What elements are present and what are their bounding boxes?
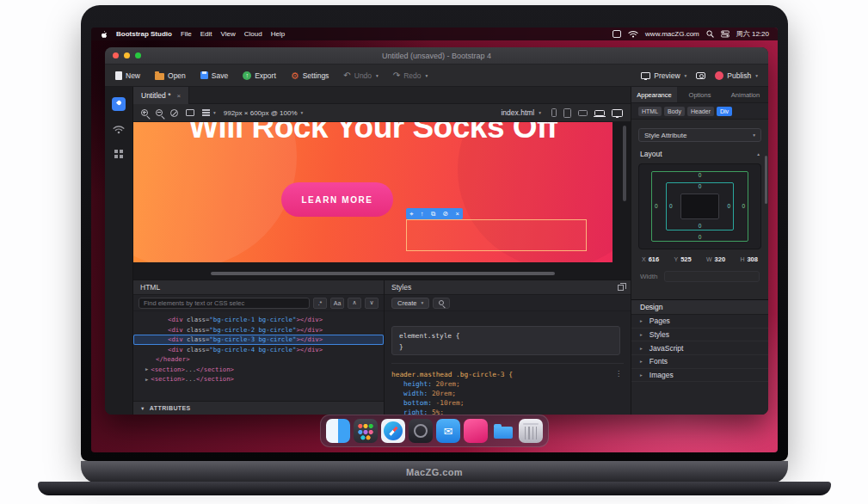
css-property[interactable]: bottom: -10rem; <box>391 398 624 408</box>
regex-toggle-button[interactable]: .* <box>313 298 327 309</box>
menubar-app-name[interactable]: Bootstrap Studio <box>116 30 172 38</box>
search-styles-button[interactable] <box>433 298 450 309</box>
margin-top-value[interactable]: 0 <box>699 173 702 179</box>
device-desktop-icon[interactable] <box>612 109 623 117</box>
image-overlay-icon[interactable] <box>186 109 194 116</box>
outline-toggle-icon[interactable] <box>170 109 178 117</box>
publish-button[interactable]: Publish▾ <box>715 71 758 80</box>
hide-icon[interactable]: ⊘ <box>443 208 448 219</box>
css-rule-block[interactable]: header.masthead .bg-circle-3 { height: 2… <box>391 363 624 415</box>
tree-node-bg-circle-2[interactable]: <div class="bg-circle-2 bg-circle"></div… <box>133 325 384 335</box>
open-button[interactable]: Open <box>155 71 186 80</box>
canvas-vertical-scrollbar[interactable] <box>623 126 626 201</box>
inspector-scrollbar[interactable] <box>765 156 767 204</box>
create-style-button[interactable]: Create▾ <box>391 298 429 309</box>
css-property[interactable]: width: 20rem; <box>391 389 624 398</box>
design-item-styles[interactable]: ▸Styles <box>631 329 768 342</box>
width-select[interactable] <box>664 271 760 282</box>
style-attribute-select[interactable]: Style Attribute ▾ <box>638 128 761 142</box>
components-panel-icon[interactable] <box>112 97 126 111</box>
zoom-out-icon[interactable] <box>156 109 163 116</box>
match-case-toggle-button[interactable]: Aa <box>330 298 344 309</box>
zoom-window-button[interactable] <box>135 52 141 58</box>
next-match-button[interactable]: ∨ <box>365 298 379 309</box>
delete-icon[interactable]: × <box>455 208 459 219</box>
tab-appearance[interactable]: Appearance <box>631 87 677 102</box>
input-source-icon[interactable] <box>613 30 621 38</box>
menu-help[interactable]: Help <box>271 30 285 38</box>
search-icon[interactable] <box>706 30 714 38</box>
menubar-clock[interactable]: 周六 12:20 <box>736 29 769 39</box>
padding-bottom-value[interactable]: 0 <box>699 224 702 230</box>
device-phone-landscape-icon[interactable] <box>578 110 588 116</box>
box-model-margin[interactable]: 0 0 0 0 0 0 0 0 <box>651 171 748 242</box>
menu-cloud[interactable]: Cloud <box>244 30 262 38</box>
trash-dock-icon[interactable] <box>519 419 543 443</box>
padding-left-value[interactable]: 0 <box>669 204 673 210</box>
canvas-horizontal-scrollbar[interactable] <box>211 272 555 275</box>
popout-icon[interactable] <box>618 285 624 291</box>
canvas-size-select[interactable]: 992px × 600px @ 100%▾ <box>224 109 304 117</box>
tab-untitled[interactable]: Untitled * × <box>133 87 189 104</box>
close-window-button[interactable] <box>113 52 119 58</box>
html-panel-header[interactable]: HTML <box>133 280 384 295</box>
breadcrumb-html[interactable]: HTML <box>638 107 662 116</box>
breadcrumb-div[interactable]: Div <box>717 107 732 116</box>
previous-match-button[interactable]: ∧ <box>348 298 361 309</box>
design-item-images[interactable]: ▸Images <box>631 369 768 383</box>
attributes-bar[interactable]: ▼ ATTRIBUTES <box>133 401 384 415</box>
design-panel-header[interactable]: Design <box>631 300 768 315</box>
layout-section-header[interactable]: Layout ▴ <box>640 150 760 158</box>
launchpad-dock-icon[interactable] <box>354 419 378 443</box>
mail-dock-icon[interactable]: ✉ <box>436 419 460 443</box>
hero-heading[interactable]: Will Rock Your Socks Off <box>133 122 613 145</box>
screenshot-button[interactable] <box>696 72 705 79</box>
duplicate-icon[interactable]: ⧉ <box>431 208 435 219</box>
tree-node-bg-circle-3-selected[interactable]: <div class="bg-circle-3 bg-circle"></div… <box>133 335 384 345</box>
expand-caret-icon[interactable]: ▶ <box>145 377 148 382</box>
padding-top-value[interactable]: 0 <box>699 184 702 190</box>
tab-animation[interactable]: Animation <box>723 87 768 102</box>
margin-left-value[interactable]: 0 <box>655 204 658 210</box>
camera-app-dock-icon[interactable] <box>409 419 433 443</box>
export-button[interactable]: ↑Export <box>243 71 276 80</box>
menu-file[interactable]: File <box>181 30 192 38</box>
box-model-padding[interactable]: 0 0 0 0 <box>666 182 734 230</box>
device-laptop-icon[interactable] <box>594 110 605 116</box>
rule-menu-icon[interactable]: ⋮ <box>615 369 622 378</box>
margin-bottom-value[interactable]: 0 <box>699 235 702 241</box>
design-item-javascript[interactable]: ▸JavaScript <box>631 341 768 355</box>
device-tablet-icon[interactable] <box>563 108 571 118</box>
design-item-fonts[interactable]: ▸Fonts <box>631 355 768 369</box>
move-icon[interactable]: ⌖ <box>409 208 413 219</box>
folder-dock-icon[interactable] <box>491 419 515 443</box>
minimize-window-button[interactable] <box>124 52 130 58</box>
tab-options[interactable]: Options <box>677 87 723 102</box>
page-file-select[interactable]: index.html▾ <box>501 108 541 117</box>
new-button[interactable]: New <box>115 71 140 80</box>
wifi-icon[interactable] <box>628 30 638 38</box>
tree-node-header-close[interactable]: </header> <box>133 354 384 365</box>
zoom-in-icon[interactable] <box>141 109 148 116</box>
box-model-content[interactable] <box>680 194 719 219</box>
safari-dock-icon[interactable] <box>381 419 405 443</box>
css-property[interactable]: height: 20rem; <box>391 379 624 389</box>
redo-button[interactable]: ↷Redo▾ <box>393 71 428 80</box>
padding-right-value[interactable]: 0 <box>727 204 730 210</box>
apple-icon[interactable] <box>100 30 108 39</box>
element-style-block[interactable]: element.style { } <box>391 326 620 355</box>
save-button[interactable]: Save <box>200 71 228 80</box>
design-canvas[interactable]: Will Rock Your Socks Off LEARN MORE ⌖ ↑ … <box>133 122 631 280</box>
online-panel-icon[interactable] <box>113 125 125 134</box>
breadcrumb-header[interactable]: Header <box>687 107 714 116</box>
select-parent-icon[interactable]: ↑ <box>421 208 424 219</box>
menu-view[interactable]: View <box>221 30 236 38</box>
tree-node-section-1[interactable]: ▶<section>...</section> <box>133 365 384 375</box>
finder-dock-icon[interactable] <box>326 419 350 443</box>
css-property[interactable]: right: 5%; <box>391 408 624 415</box>
window-titlebar[interactable]: Untitled (unsaved) - Bootstrap 4 <box>105 47 768 65</box>
device-phone-icon[interactable] <box>551 108 557 117</box>
preview-button[interactable]: Preview▾ <box>641 71 686 80</box>
control-center-icon[interactable] <box>721 30 729 38</box>
photos-app-dock-icon[interactable] <box>464 419 488 443</box>
